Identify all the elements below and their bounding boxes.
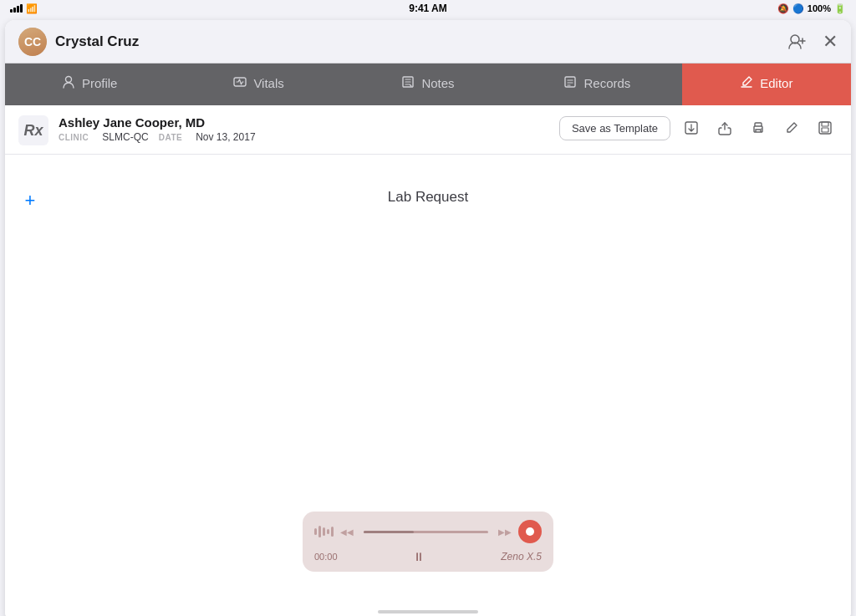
tab-editor[interactable]: Editor — [682, 64, 851, 105]
status-bar-left: 📶 — [10, 3, 38, 14]
profile-icon — [62, 75, 75, 92]
audio-level-right: ▶▶ — [498, 527, 512, 537]
audio-bottom: 00:00 ⏸ Zeno X.5 — [314, 548, 542, 565]
bluetooth-icon: 🔵 — [792, 3, 804, 14]
record-button[interactable] — [518, 520, 542, 543]
share-button[interactable] — [712, 115, 737, 140]
wifi-icon: 📶 — [26, 3, 38, 14]
svg-point-1 — [65, 76, 71, 82]
print-button[interactable] — [746, 115, 771, 140]
content-area: Rx Ashley Jane Cooper, MD CLINIC SLMC-QC… — [5, 105, 851, 616]
audio-top: ◀◀ ▶▶ — [314, 520, 542, 543]
tab-editor-label: Editor — [760, 76, 792, 90]
app-container: CC Crystal Cruz ✕ Profile — [5, 20, 851, 616]
date-value: Nov 13, 2017 — [196, 131, 255, 143]
records-icon — [563, 75, 577, 92]
signal-bar-3 — [17, 6, 19, 13]
edit-button[interactable] — [779, 115, 804, 140]
status-time: 9:41 AM — [409, 3, 447, 14]
tab-vitals[interactable]: Vitals — [174, 64, 343, 105]
svg-rect-9 — [822, 128, 828, 132]
svg-rect-8 — [822, 122, 828, 126]
battery-icon: 🔋 — [834, 3, 846, 14]
patient-name: Crystal Cruz — [55, 33, 139, 50]
signal-bar-1 — [10, 9, 13, 13]
rec-dot — [526, 527, 534, 536]
rx-icon: Rx — [18, 115, 48, 145]
audio-pause-button[interactable]: ⏸ — [410, 548, 427, 565]
export-button[interactable] — [679, 115, 704, 140]
tab-records[interactable]: Records — [512, 64, 681, 105]
clinic-label: CLINIC — [59, 133, 89, 142]
add-user-button[interactable] — [786, 30, 809, 53]
doctor-name: Ashley Jane Cooper, MD — [59, 115, 256, 130]
record-header: Rx Ashley Jane Cooper, MD CLINIC SLMC-QC… — [5, 105, 851, 155]
status-bar-right: 🔕 🔵 100% 🔋 — [777, 3, 846, 14]
editor-icon — [740, 75, 753, 92]
audio-level-label: ◀◀ — [340, 527, 354, 537]
add-item-button[interactable]: + — [18, 189, 42, 212]
save-as-template-button[interactable]: Save as Template — [559, 116, 670, 140]
signal-bars — [10, 4, 23, 13]
record-meta: CLINIC SLMC-QC DATE Nov 13, 2017 — [59, 131, 256, 143]
audio-bar[interactable]: ◀◀ ▶▶ 00:00 ⏸ Zeno X.5 — [303, 512, 553, 572]
vitals-icon — [233, 75, 247, 92]
signal-bar-2 — [13, 8, 16, 13]
title-bar: CC Crystal Cruz ✕ — [5, 20, 851, 64]
audio-time: 00:00 — [314, 552, 338, 562]
tab-records-label: Records — [583, 76, 630, 90]
svg-point-6 — [761, 128, 762, 129]
mute-icon: 🔕 — [777, 3, 789, 14]
tab-profile-label: Profile — [82, 76, 118, 90]
content-title: Lab Request — [388, 189, 468, 206]
audio-label: Zeno X.5 — [501, 551, 542, 563]
notes-icon — [401, 75, 415, 92]
signal-bar-4 — [20, 4, 23, 13]
home-indicator — [378, 610, 478, 613]
close-button[interactable]: ✕ — [823, 31, 838, 53]
patient-avatar: CC — [18, 28, 47, 56]
record-header-left: Rx Ashley Jane Cooper, MD CLINIC SLMC-QC… — [18, 115, 256, 145]
tab-bar: Profile Vitals Notes — [5, 64, 851, 105]
clinic-value: SLMC-QC — [102, 131, 148, 143]
save-button[interactable] — [813, 115, 838, 140]
audio-progress-bar[interactable] — [364, 531, 488, 533]
status-bar: 📶 9:41 AM 🔕 🔵 100% 🔋 — [0, 0, 856, 17]
tab-profile[interactable]: Profile — [5, 64, 174, 105]
tab-notes-label: Notes — [421, 76, 454, 90]
date-label: DATE — [159, 133, 182, 142]
record-info: Ashley Jane Cooper, MD CLINIC SLMC-QC DA… — [59, 115, 256, 143]
tab-vitals-label: Vitals — [253, 76, 283, 90]
audio-waveform — [314, 526, 334, 537]
record-header-right: Save as Template — [559, 115, 838, 140]
battery-percent: 100% — [808, 3, 831, 13]
title-bar-actions: ✕ — [786, 30, 838, 53]
audio-progress-fill — [364, 531, 414, 533]
avatar-face: CC — [18, 28, 47, 56]
tab-notes[interactable]: Notes — [344, 64, 512, 105]
